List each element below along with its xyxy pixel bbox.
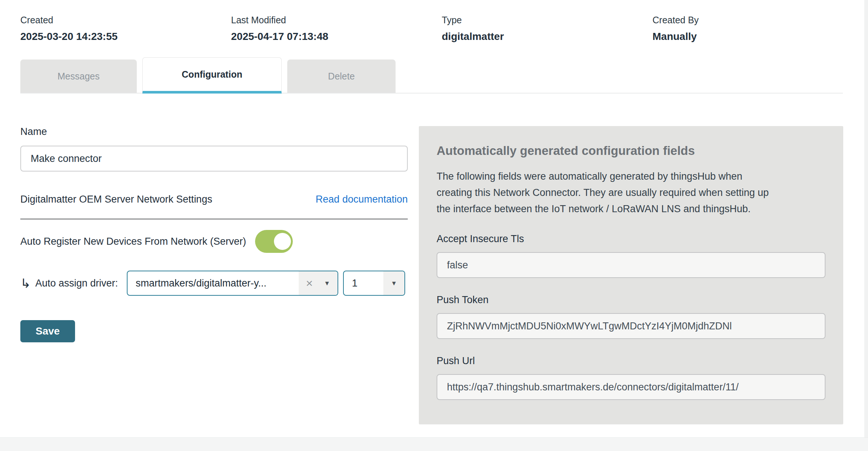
accept-insecure-tls-input[interactable]	[437, 252, 825, 278]
name-label: Name	[20, 126, 408, 138]
auto-assign-driver-row: ↳ Auto assign driver: smartmakers/digita…	[20, 271, 408, 296]
version-select-controls: ▼	[383, 271, 404, 295]
description-line: The following fields were automatically …	[437, 168, 825, 184]
auto-config-heading: Automatically generated configuration fi…	[437, 144, 825, 158]
meta-label: Type	[442, 15, 652, 26]
toggle-knob	[274, 233, 291, 250]
connector-settings-form: Name Digitalmatter OEM Server Network Se…	[20, 126, 408, 424]
description-line: the interface between the IoT network / …	[437, 201, 825, 217]
push-url-label: Push Url	[437, 355, 825, 367]
auto-register-row: Auto Register New Devices From Network (…	[20, 230, 408, 253]
read-documentation-link[interactable]: Read documentation	[316, 194, 408, 205]
name-input[interactable]	[20, 146, 408, 172]
configuration-tab-content: Name Digitalmatter OEM Server Network Se…	[0, 94, 868, 424]
push-token-label: Push Token	[437, 294, 825, 306]
meta-created-by: Created By Manually	[652, 15, 863, 43]
footer-strip	[0, 437, 868, 451]
description-line: creating this Network Connector. They ar…	[437, 184, 825, 201]
tab-delete[interactable]: Delete	[287, 60, 396, 93]
clear-selection-icon[interactable]: ×	[306, 277, 313, 289]
save-button[interactable]: Save	[20, 320, 75, 342]
meta-value: 2025-03-20 14:23:55	[20, 31, 231, 43]
driver-select[interactable]: smartmakers/digitalmatter-y... × ▼	[127, 271, 338, 296]
tab-configuration[interactable]: Configuration	[142, 57, 282, 94]
accept-insecure-tls-label: Accept Insecure Tls	[437, 233, 825, 245]
meta-label: Created By	[652, 15, 863, 26]
meta-value: digitalmatter	[442, 31, 652, 43]
driver-version-select[interactable]: 1 ▼	[343, 271, 405, 296]
scrollbar-track[interactable]	[864, 0, 868, 451]
network-settings-heading: Digitalmatter OEM Server Network Setting…	[20, 194, 212, 205]
chevron-down-icon[interactable]: ▼	[391, 280, 397, 286]
auto-register-label: Auto Register New Devices From Network (…	[20, 236, 246, 247]
auto-config-panel: Automatically generated configuration fi…	[419, 126, 843, 424]
section-divider	[20, 218, 408, 220]
meta-label: Last Modified	[231, 15, 442, 26]
driver-select-controls: × ▼	[299, 271, 338, 295]
meta-value: Manually	[652, 31, 863, 43]
network-settings-section-header: Digitalmatter OEM Server Network Setting…	[20, 194, 408, 205]
sub-item-arrow-icon: ↳	[20, 277, 31, 289]
meta-last-modified: Last Modified 2025-04-17 07:13:48	[231, 15, 442, 43]
tab-bar: Messages Configuration Delete	[20, 57, 843, 94]
push-token-input[interactable]	[437, 313, 825, 339]
auto-config-description: The following fields were automatically …	[437, 168, 825, 217]
version-select-value: 1	[344, 271, 383, 295]
connector-detail-page: Created 2025-03-20 14:23:55 Last Modifie…	[0, 0, 868, 451]
auto-register-toggle[interactable]	[255, 230, 293, 253]
meta-created: Created 2025-03-20 14:23:55	[20, 15, 231, 43]
meta-label: Created	[20, 15, 231, 26]
meta-type: Type digitalmatter	[442, 15, 652, 43]
connector-meta-header: Created 2025-03-20 14:23:55 Last Modifie…	[0, 0, 868, 43]
auto-assign-driver-label: Auto assign driver:	[35, 278, 118, 289]
tab-messages[interactable]: Messages	[20, 60, 137, 93]
chevron-down-icon[interactable]: ▼	[324, 280, 330, 286]
driver-select-value: smartmakers/digitalmatter-y...	[128, 271, 298, 295]
push-url-input[interactable]	[437, 374, 825, 400]
meta-value: 2025-04-17 07:13:48	[231, 31, 442, 43]
